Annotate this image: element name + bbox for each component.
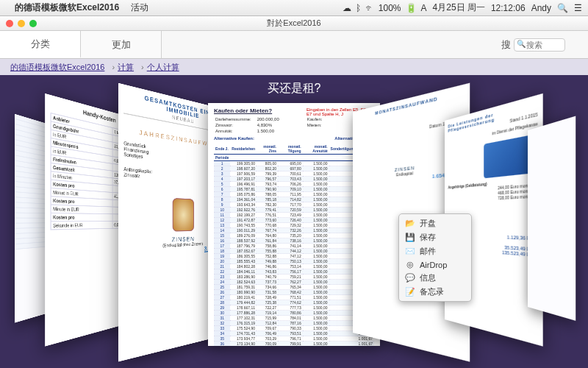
minimize-icon[interactable]	[18, 20, 25, 27]
jar-icon	[173, 198, 194, 232]
crumb-root[interactable]: 的德语模板微软Excel2016	[10, 62, 104, 73]
tab-more[interactable]: 更加	[81, 31, 162, 58]
folder-open-icon: 📂	[405, 219, 415, 228]
notes-icon: 📝	[405, 287, 415, 297]
search-label: 搜	[501, 38, 511, 52]
wifi-icon[interactable]: ᯤ	[365, 3, 374, 13]
airdrop-icon: ◎	[405, 260, 415, 269]
breadcrumb: 的德语模板微软Excel2016 › 计算 › 个人计算	[0, 59, 588, 75]
search-area: 搜 🔍	[501, 35, 582, 54]
loan-meta: Darlehenssumme:200.000,00Kaufen: Zinssat…	[214, 116, 328, 135]
template-card-far-right[interactable]	[528, 116, 576, 321]
menu-airdrop[interactable]: ◎AirDrop	[399, 258, 471, 271]
close-icon[interactable]	[6, 20, 13, 27]
toolbar: 分类 更加 搜 🔍	[0, 31, 588, 59]
window-titlebar: 對於Excel2016	[0, 16, 588, 31]
crumb-calc[interactable]: 计算	[118, 62, 134, 73]
messages-icon: 💬	[405, 273, 415, 283]
chevron-right-icon: ›	[141, 63, 144, 71]
notification-center-icon[interactable]: ☰	[574, 3, 582, 13]
battery-icon[interactable]: 🔋	[406, 3, 417, 13]
fullscreen-icon[interactable]	[29, 20, 37, 27]
menu-messages[interactable]: 💬信息	[399, 271, 471, 285]
chevron-right-icon: ›	[112, 63, 115, 71]
search-icon: 🔍	[517, 40, 526, 48]
menubar-time[interactable]: 12:12:06	[491, 3, 526, 13]
menubar-user[interactable]: Andy	[531, 3, 551, 13]
mac-menubar: 的德语模板微软Excel2016 活动 ☁ ᛒ ᯤ 100% 🔋 A 4月25日…	[0, 0, 588, 16]
template-carousel: 买还是租? Handy-Kosten Anbieter1 Monat Grund…	[0, 75, 588, 368]
carousel-title: 买还是租?	[0, 81, 588, 96]
input-source-icon[interactable]: A	[421, 3, 427, 13]
bluetooth-icon[interactable]: ᛒ	[356, 3, 361, 13]
app-name[interactable]: 的德语模板微软Excel2016	[15, 1, 119, 14]
tab-category[interactable]: 分类	[0, 31, 81, 58]
save-icon: 💾	[405, 233, 415, 242]
menu-open[interactable]: 📂开盘	[399, 216, 471, 230]
window-title: 對於Excel2016	[267, 18, 320, 29]
share-context-menu: 📂开盘 💾保存 ✉️邮件 ◎AirDrop 💬信息 📝备忘录	[398, 213, 472, 302]
amortization-table: Ende J. Restdarlehen monatl. Zins monatl…	[214, 144, 374, 346]
battery-percent: 100%	[379, 3, 401, 13]
mail-icon: ✉️	[405, 247, 415, 256]
menubar-date[interactable]: 4月25日 周一	[433, 1, 485, 14]
menu-mail[interactable]: ✉️邮件	[399, 244, 471, 258]
crumb-personal[interactable]: 个人计算	[147, 62, 179, 73]
menu-activity[interactable]: 活动	[131, 1, 148, 14]
menu-notes[interactable]: 📝备忘录	[399, 285, 471, 299]
cloud-icon[interactable]: ☁	[343, 3, 351, 13]
menu-save[interactable]: 💾保存	[399, 230, 471, 244]
spotlight-icon[interactable]: 🔍	[557, 3, 568, 13]
